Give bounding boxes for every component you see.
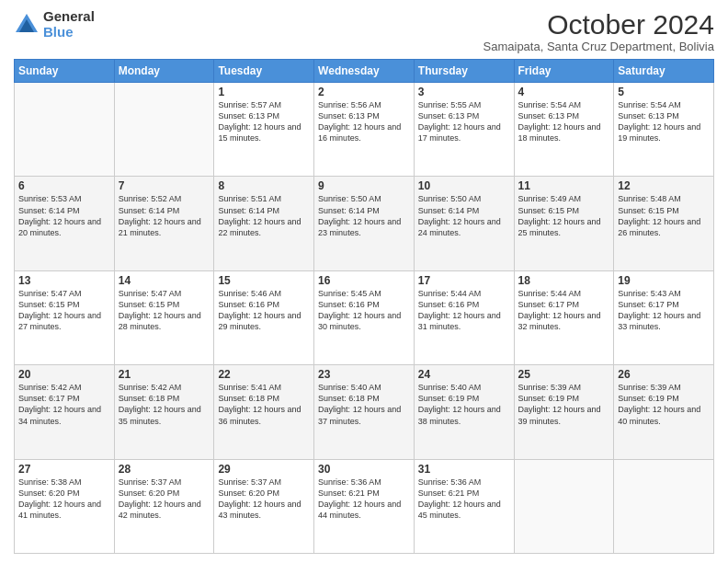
day-number: 29	[218, 463, 310, 476]
weekday-saturday: Saturday	[614, 60, 714, 83]
calendar-cell: 11Sunrise: 5:49 AM Sunset: 6:15 PM Dayli…	[514, 177, 614, 270]
calendar-cell: 9Sunrise: 5:50 AM Sunset: 6:14 PM Daylig…	[314, 177, 415, 270]
weekday-tuesday: Tuesday	[214, 60, 314, 83]
day-info: Sunrise: 5:53 AM Sunset: 6:14 PM Dayligh…	[18, 193, 110, 238]
day-info: Sunrise: 5:42 AM Sunset: 6:17 PM Dayligh…	[18, 382, 110, 427]
day-number: 31	[418, 463, 510, 476]
weekday-wednesday: Wednesday	[314, 60, 415, 83]
calendar-cell: 18Sunrise: 5:44 AM Sunset: 6:17 PM Dayli…	[514, 270, 614, 364]
day-number: 20	[18, 368, 110, 381]
day-number: 13	[18, 274, 110, 287]
day-info: Sunrise: 5:44 AM Sunset: 6:17 PM Dayligh…	[518, 288, 610, 333]
day-number: 21	[119, 368, 210, 381]
day-info: Sunrise: 5:37 AM Sunset: 6:20 PM Dayligh…	[119, 477, 210, 522]
weekday-sunday: Sunday	[15, 60, 115, 83]
calendar-cell: 6Sunrise: 5:53 AM Sunset: 6:14 PM Daylig…	[15, 177, 115, 270]
calendar-cell: 28Sunrise: 5:37 AM Sunset: 6:20 PM Dayli…	[114, 459, 214, 553]
day-info: Sunrise: 5:46 AM Sunset: 6:16 PM Dayligh…	[218, 288, 310, 333]
day-number: 6	[18, 179, 110, 192]
day-number: 8	[218, 179, 310, 192]
day-info: Sunrise: 5:47 AM Sunset: 6:15 PM Dayligh…	[119, 288, 210, 333]
day-number: 19	[618, 274, 710, 287]
calendar-cell: 24Sunrise: 5:40 AM Sunset: 6:19 PM Dayli…	[414, 365, 514, 459]
calendar-cell	[514, 459, 614, 553]
logo-general-text: General	[43, 9, 95, 25]
day-info: Sunrise: 5:45 AM Sunset: 6:16 PM Dayligh…	[318, 288, 410, 333]
calendar-cell: 5Sunrise: 5:54 AM Sunset: 6:13 PM Daylig…	[614, 83, 714, 177]
weekday-friday: Friday	[514, 60, 614, 83]
day-info: Sunrise: 5:42 AM Sunset: 6:18 PM Dayligh…	[119, 382, 210, 427]
day-number: 10	[418, 179, 510, 192]
calendar-cell: 14Sunrise: 5:47 AM Sunset: 6:15 PM Dayli…	[114, 270, 214, 364]
day-number: 9	[318, 179, 410, 192]
day-info: Sunrise: 5:39 AM Sunset: 6:19 PM Dayligh…	[618, 382, 710, 427]
day-info: Sunrise: 5:36 AM Sunset: 6:21 PM Dayligh…	[318, 477, 410, 522]
title-block: October 2024 Samaipata, Santa Cruz Depar…	[483, 9, 714, 53]
calendar-cell: 12Sunrise: 5:48 AM Sunset: 6:15 PM Dayli…	[614, 177, 714, 270]
calendar-week-row: 6Sunrise: 5:53 AM Sunset: 6:14 PM Daylig…	[15, 177, 714, 270]
day-info: Sunrise: 5:54 AM Sunset: 6:13 PM Dayligh…	[518, 99, 610, 144]
month-title: October 2024	[483, 9, 714, 40]
calendar-cell: 30Sunrise: 5:36 AM Sunset: 6:21 PM Dayli…	[314, 459, 415, 553]
logo-text: General Blue	[43, 9, 95, 40]
calendar-cell: 2Sunrise: 5:56 AM Sunset: 6:13 PM Daylig…	[314, 83, 415, 177]
day-info: Sunrise: 5:50 AM Sunset: 6:14 PM Dayligh…	[318, 193, 410, 238]
day-number: 12	[618, 179, 710, 192]
calendar-cell: 16Sunrise: 5:45 AM Sunset: 6:16 PM Dayli…	[314, 270, 415, 364]
calendar-week-row: 1Sunrise: 5:57 AM Sunset: 6:13 PM Daylig…	[15, 83, 714, 177]
day-info: Sunrise: 5:56 AM Sunset: 6:13 PM Dayligh…	[318, 99, 410, 144]
calendar-cell: 21Sunrise: 5:42 AM Sunset: 6:18 PM Dayli…	[114, 365, 214, 459]
calendar-cell: 4Sunrise: 5:54 AM Sunset: 6:13 PM Daylig…	[514, 83, 614, 177]
day-info: Sunrise: 5:55 AM Sunset: 6:13 PM Dayligh…	[418, 99, 510, 144]
calendar-cell: 10Sunrise: 5:50 AM Sunset: 6:14 PM Dayli…	[414, 177, 514, 270]
day-info: Sunrise: 5:50 AM Sunset: 6:14 PM Dayligh…	[418, 193, 510, 238]
day-number: 18	[518, 274, 610, 287]
day-info: Sunrise: 5:40 AM Sunset: 6:19 PM Dayligh…	[418, 382, 510, 427]
calendar-week-row: 20Sunrise: 5:42 AM Sunset: 6:17 PM Dayli…	[15, 365, 714, 459]
day-number: 14	[119, 274, 210, 287]
day-number: 16	[318, 274, 410, 287]
day-info: Sunrise: 5:40 AM Sunset: 6:18 PM Dayligh…	[318, 382, 410, 427]
day-info: Sunrise: 5:41 AM Sunset: 6:18 PM Dayligh…	[218, 382, 310, 427]
logo-blue-text: Blue	[43, 25, 95, 40]
day-info: Sunrise: 5:39 AM Sunset: 6:19 PM Dayligh…	[518, 382, 610, 427]
day-info: Sunrise: 5:36 AM Sunset: 6:21 PM Dayligh…	[418, 477, 510, 522]
day-number: 25	[518, 368, 610, 381]
day-number: 30	[318, 463, 410, 476]
day-number: 22	[218, 368, 310, 381]
calendar-cell: 20Sunrise: 5:42 AM Sunset: 6:17 PM Dayli…	[15, 365, 115, 459]
day-number: 5	[618, 86, 710, 98]
calendar-cell: 22Sunrise: 5:41 AM Sunset: 6:18 PM Dayli…	[214, 365, 314, 459]
day-number: 24	[418, 368, 510, 381]
calendar-cell: 27Sunrise: 5:38 AM Sunset: 6:20 PM Dayli…	[15, 459, 115, 553]
day-number: 1	[218, 86, 310, 98]
day-number: 2	[318, 86, 410, 98]
calendar-cell: 19Sunrise: 5:43 AM Sunset: 6:17 PM Dayli…	[614, 270, 714, 364]
calendar-cell: 29Sunrise: 5:37 AM Sunset: 6:20 PM Dayli…	[214, 459, 314, 553]
day-number: 26	[618, 368, 710, 381]
day-info: Sunrise: 5:47 AM Sunset: 6:15 PM Dayligh…	[18, 288, 110, 333]
calendar-cell: 17Sunrise: 5:44 AM Sunset: 6:16 PM Dayli…	[414, 270, 514, 364]
calendar-cell: 26Sunrise: 5:39 AM Sunset: 6:19 PM Dayli…	[614, 365, 714, 459]
day-number: 4	[518, 86, 610, 98]
day-info: Sunrise: 5:38 AM Sunset: 6:20 PM Dayligh…	[18, 477, 110, 522]
calendar-week-row: 27Sunrise: 5:38 AM Sunset: 6:20 PM Dayli…	[15, 459, 714, 553]
day-info: Sunrise: 5:51 AM Sunset: 6:14 PM Dayligh…	[218, 193, 310, 238]
calendar-cell	[114, 83, 214, 177]
day-number: 27	[18, 463, 110, 476]
calendar-table: SundayMondayTuesdayWednesdayThursdayFrid…	[14, 59, 714, 554]
weekday-thursday: Thursday	[414, 60, 514, 83]
day-number: 28	[119, 463, 210, 476]
day-info: Sunrise: 5:48 AM Sunset: 6:15 PM Dayligh…	[618, 193, 710, 238]
day-number: 11	[518, 179, 610, 192]
logo-icon	[14, 12, 40, 38]
calendar-cell: 3Sunrise: 5:55 AM Sunset: 6:13 PM Daylig…	[414, 83, 514, 177]
day-info: Sunrise: 5:49 AM Sunset: 6:15 PM Dayligh…	[518, 193, 610, 238]
page: General Blue October 2024 Samaipata, San…	[0, 0, 728, 563]
calendar-cell: 13Sunrise: 5:47 AM Sunset: 6:15 PM Dayli…	[15, 270, 115, 364]
weekday-header-row: SundayMondayTuesdayWednesdayThursdayFrid…	[15, 60, 714, 83]
day-info: Sunrise: 5:52 AM Sunset: 6:14 PM Dayligh…	[119, 193, 210, 238]
calendar-cell	[614, 459, 714, 553]
calendar-cell: 7Sunrise: 5:52 AM Sunset: 6:14 PM Daylig…	[114, 177, 214, 270]
calendar-cell: 1Sunrise: 5:57 AM Sunset: 6:13 PM Daylig…	[214, 83, 314, 177]
